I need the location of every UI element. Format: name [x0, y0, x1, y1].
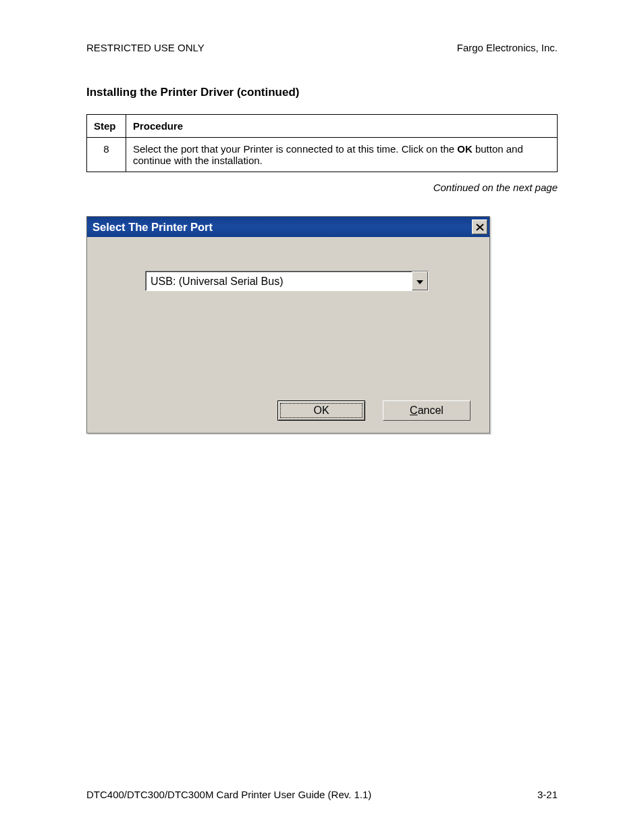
- col-header-procedure: Procedure: [126, 115, 558, 138]
- port-combobox-value: USB: (Universal Serial Bus): [146, 271, 412, 290]
- proc-text-bold: OK: [457, 143, 473, 155]
- close-button[interactable]: [472, 219, 487, 234]
- procedure-table: Step Procedure 8 Select the port that yo…: [86, 114, 558, 172]
- dialog-button-row: OK Cancel: [277, 400, 471, 421]
- ok-button-label: OK: [313, 405, 329, 417]
- step-number: 8: [87, 138, 126, 172]
- cancel-button[interactable]: Cancel: [383, 400, 471, 421]
- close-icon: [476, 224, 484, 231]
- footer-right: 3-21: [537, 789, 558, 800]
- svg-marker-2: [417, 280, 423, 284]
- header-right: Fargo Electronics, Inc.: [457, 42, 558, 53]
- cancel-button-label: Cancel: [410, 405, 444, 417]
- table-header-row: Step Procedure: [87, 115, 558, 138]
- chevron-down-icon: [417, 275, 423, 287]
- procedure-cell: Select the port that your Printer is con…: [126, 138, 558, 172]
- dialog-title: Select The Printer Port: [92, 221, 213, 234]
- dialog-container: Select The Printer Port USB: (Universal …: [86, 216, 558, 434]
- table-row: 8 Select the port that your Printer is c…: [87, 138, 558, 172]
- proc-text-1: Select the port that your Printer is con…: [133, 143, 457, 155]
- page-header: RESTRICTED USE ONLY Fargo Electronics, I…: [86, 42, 558, 53]
- combobox-dropdown-button[interactable]: [412, 271, 428, 290]
- continued-note: Continued on the next page: [86, 182, 558, 193]
- section-title: Installing the Printer Driver (continued…: [86, 86, 558, 99]
- dialog-titlebar[interactable]: Select The Printer Port: [87, 217, 489, 237]
- header-left: RESTRICTED USE ONLY: [86, 42, 205, 53]
- ok-button[interactable]: OK: [277, 400, 365, 421]
- col-header-step: Step: [87, 115, 126, 138]
- footer-left: DTC400/DTC300/DTC300M Card Printer User …: [86, 789, 371, 800]
- select-printer-port-dialog: Select The Printer Port USB: (Universal …: [86, 216, 490, 434]
- port-combobox[interactable]: USB: (Universal Serial Bus): [145, 271, 429, 291]
- dialog-body: USB: (Universal Serial Bus) OK Cancel: [87, 237, 489, 433]
- page-footer: DTC400/DTC300/DTC300M Card Printer User …: [86, 789, 558, 800]
